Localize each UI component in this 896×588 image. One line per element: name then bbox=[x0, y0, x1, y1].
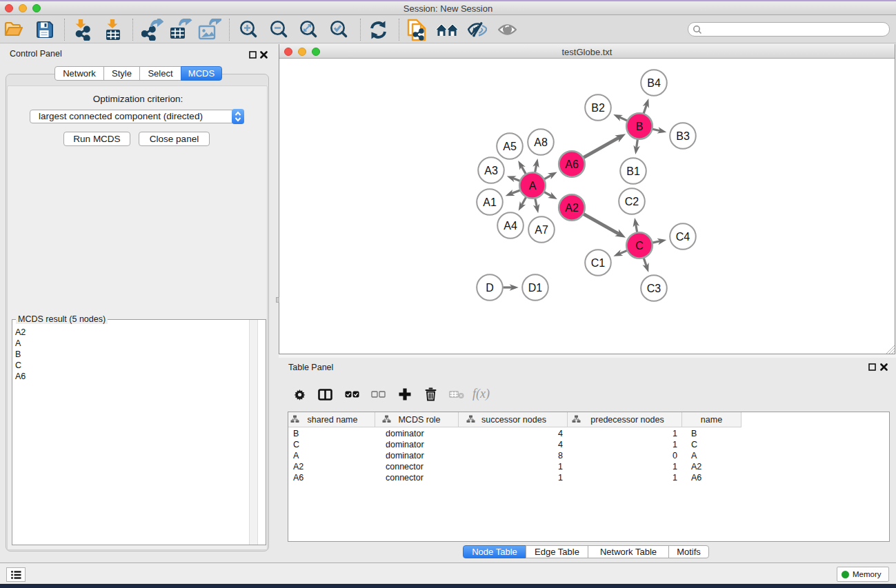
svg-text:D: D bbox=[486, 282, 494, 294]
svg-text:B1: B1 bbox=[626, 165, 640, 177]
svg-text:C: C bbox=[635, 240, 644, 252]
svg-text:A8: A8 bbox=[534, 136, 548, 148]
svg-text:A5: A5 bbox=[503, 141, 517, 152]
svg-text:B: B bbox=[636, 121, 644, 132]
svg-text:B2: B2 bbox=[591, 102, 605, 114]
svg-text:A7: A7 bbox=[535, 224, 548, 236]
svg-text:B3: B3 bbox=[676, 130, 690, 142]
svg-text:A1: A1 bbox=[483, 196, 497, 208]
svg-text:A2: A2 bbox=[565, 202, 579, 214]
svg-text:A3: A3 bbox=[484, 165, 498, 176]
svg-text:C2: C2 bbox=[625, 196, 639, 207]
svg-text:D1: D1 bbox=[528, 282, 543, 294]
svg-text:A4: A4 bbox=[504, 220, 517, 232]
svg-text:B4: B4 bbox=[647, 77, 661, 89]
svg-text:C4: C4 bbox=[676, 231, 690, 243]
svg-text:A6: A6 bbox=[565, 159, 579, 170]
svg-text:C3: C3 bbox=[647, 283, 661, 294]
svg-text:C1: C1 bbox=[591, 257, 606, 269]
svg-text:A: A bbox=[529, 180, 537, 192]
